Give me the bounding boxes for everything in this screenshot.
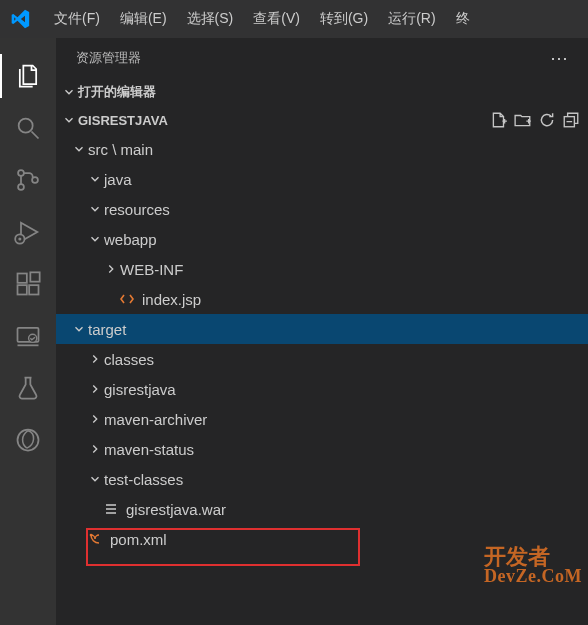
menu-view[interactable]: 查看(V) (243, 10, 310, 28)
activity-search[interactable] (0, 102, 56, 154)
extensions-icon (14, 270, 42, 298)
chevron-down-icon (60, 85, 78, 99)
chevron-right-icon (86, 412, 104, 426)
collapse-all-icon[interactable] (562, 111, 580, 129)
workspace-actions (490, 111, 580, 129)
svg-rect-7 (18, 274, 27, 283)
title-bar: 文件(F) 编辑(E) 选择(S) 查看(V) 转到(G) 运行(R) 终 (0, 0, 588, 38)
file-icon (102, 501, 120, 517)
tree-folder-src-main[interactable]: src \ main (56, 134, 588, 164)
new-folder-icon[interactable] (514, 111, 532, 129)
svg-point-16 (90, 534, 93, 537)
activity-explorer[interactable] (0, 50, 56, 102)
chevron-down-icon (86, 232, 104, 246)
workspace-name: GISRESTJAVA (78, 113, 168, 128)
tree-folder-resources[interactable]: resources (56, 194, 588, 224)
svg-point-3 (18, 184, 24, 190)
vscode-logo-icon (10, 9, 30, 29)
activity-test[interactable] (0, 362, 56, 414)
chevron-right-icon (86, 382, 104, 396)
svg-rect-9 (29, 285, 38, 294)
open-editors-section[interactable]: 打开的编辑器 (56, 78, 588, 106)
tree-folder-gisrestjava[interactable]: gisrestjava (56, 374, 588, 404)
tree-folder-maven-status[interactable]: maven-status (56, 434, 588, 464)
activity-remote[interactable] (0, 310, 56, 362)
refresh-icon[interactable] (538, 111, 556, 129)
search-icon (14, 114, 42, 142)
new-file-icon[interactable] (490, 111, 508, 129)
chevron-down-icon (70, 322, 88, 336)
debug-icon (14, 218, 42, 246)
menu-edit[interactable]: 编辑(E) (110, 10, 177, 28)
activity-spring[interactable] (0, 414, 56, 466)
chevron-down-icon (86, 472, 104, 486)
source-control-icon (14, 166, 42, 194)
svg-line-1 (32, 132, 39, 139)
tree-file-pomxml[interactable]: pom.xml (56, 524, 588, 554)
menu-select[interactable]: 选择(S) (177, 10, 244, 28)
tree-folder-java[interactable]: java (56, 164, 588, 194)
chevron-down-icon (60, 113, 78, 127)
tree-file-indexjsp[interactable]: index.jsp (56, 284, 588, 314)
open-editors-label: 打开的编辑器 (78, 83, 156, 101)
chevron-down-icon (86, 172, 104, 186)
chevron-right-icon (86, 352, 104, 366)
chevron-down-icon (86, 202, 104, 216)
explorer-more-icon[interactable]: ⋯ (550, 47, 568, 69)
tree-folder-test-classes[interactable]: test-classes (56, 464, 588, 494)
svg-point-6 (18, 237, 21, 240)
spring-icon (14, 426, 42, 454)
explorer-title: 资源管理器 (76, 49, 141, 67)
menu-run[interactable]: 运行(R) (378, 10, 445, 28)
remote-icon (14, 322, 42, 350)
chevron-down-icon (70, 142, 88, 156)
menu-go[interactable]: 转到(G) (310, 10, 378, 28)
file-tree: src \ main java resources webapp WEB-INF (56, 134, 588, 625)
activity-debug[interactable] (0, 206, 56, 258)
chevron-right-icon (86, 442, 104, 456)
jsp-file-icon (118, 291, 136, 307)
activity-extensions[interactable] (0, 258, 56, 310)
activity-bar (0, 38, 56, 625)
explorer-sidebar: 资源管理器 ⋯ 打开的编辑器 GISRESTJAVA (56, 38, 588, 625)
files-icon (14, 62, 42, 90)
tree-folder-classes[interactable]: classes (56, 344, 588, 374)
tree-folder-maven-archiver[interactable]: maven-archiver (56, 404, 588, 434)
svg-rect-8 (18, 285, 27, 294)
svg-point-4 (32, 177, 38, 183)
tree-folder-target[interactable]: target (56, 314, 588, 344)
svg-point-2 (18, 170, 24, 176)
main-container: 资源管理器 ⋯ 打开的编辑器 GISRESTJAVA (0, 38, 588, 625)
menu-file[interactable]: 文件(F) (44, 10, 110, 28)
menu-terminal[interactable]: 终 (446, 10, 480, 28)
chevron-right-icon (102, 262, 120, 276)
xml-file-icon (86, 531, 104, 547)
activity-scm[interactable] (0, 154, 56, 206)
explorer-header: 资源管理器 ⋯ (56, 38, 588, 78)
svg-point-0 (19, 119, 33, 133)
beaker-icon (14, 374, 42, 402)
svg-rect-10 (30, 272, 39, 281)
tree-folder-webapp[interactable]: webapp (56, 224, 588, 254)
tree-folder-webinf[interactable]: WEB-INF (56, 254, 588, 284)
workspace-section[interactable]: GISRESTJAVA (56, 106, 588, 134)
tree-file-gisrestjava-war[interactable]: gisrestjava.war (56, 494, 588, 524)
